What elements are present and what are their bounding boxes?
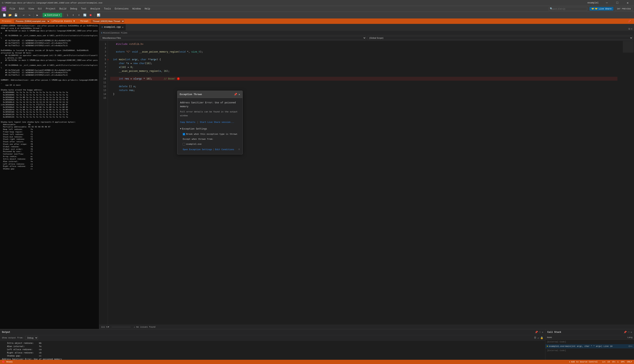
stop-button[interactable]: ⏹ [88, 12, 93, 18]
menu-help[interactable]: Help [143, 7, 152, 11]
menu-project[interactable]: Project [44, 7, 57, 11]
status-debug-icon: 🔴 [2, 360, 5, 364]
menu-view[interactable]: View [27, 7, 36, 11]
close-button[interactable]: ✕ [623, 0, 632, 6]
menu-test[interactable]: Test [80, 7, 88, 11]
code-line-8: __asan_poison_memory_region ( x , 16 ); [110, 69, 617, 73]
maximize-output-button[interactable]: □ [539, 331, 541, 334]
undo-button[interactable]: ↩ [21, 12, 26, 18]
thread-select[interactable]: Thread: [49020] Main Thread [91, 19, 125, 23]
symbol-scope-select[interactable]: (Global Scope) [367, 36, 633, 40]
crlf-indicator: CRLF [627, 361, 632, 363]
status-bar: 🔴 Ready ⬆ Add to Source Control Ln: 15 C… [0, 360, 634, 364]
step-out-button[interactable]: ⬆ [76, 12, 82, 18]
callstack-col-name: Name [547, 336, 621, 338]
tab-example1[interactable]: C example1.cpp ✕ [99, 24, 126, 30]
split-editor-button[interactable]: ⧉ [628, 28, 630, 30]
line-num-15: 15 [99, 96, 106, 100]
menu-debug[interactable]: Debug [69, 7, 79, 11]
step-into-button[interactable]: ⬇ [71, 12, 76, 18]
continue-label: Continue [47, 14, 58, 16]
maximize-callstack-button[interactable]: □ [628, 331, 629, 334]
example-checkbox[interactable] [183, 143, 185, 145]
menu-extensions[interactable]: Extensions [113, 7, 130, 11]
maximize-button[interactable]: □ [613, 0, 622, 6]
menu-tools[interactable]: Tools [103, 7, 113, 11]
build-button[interactable]: ▶ [35, 12, 40, 18]
exception-title-bar: Exception Thrown 📌 ✕ [177, 91, 242, 98]
continue-button[interactable]: ▶ Continue ▼ [43, 13, 62, 17]
copy-details-link[interactable]: Copy Details [180, 120, 195, 124]
issues-indicator[interactable]: ⚠ No issues found [134, 326, 155, 328]
menu-git[interactable]: Git [36, 7, 44, 11]
callstack-row-0[interactable]: [External Code] [545, 340, 634, 344]
zoom-slider[interactable] [112, 327, 131, 328]
search-input[interactable] [549, 7, 587, 11]
add-to-source-control-label: Add to Source Control [571, 361, 598, 363]
start-live-share-link[interactable]: Start Live Share session... [200, 120, 234, 124]
menu-analyze[interactable]: Analyze [89, 7, 102, 11]
menu-edit[interactable]: Edit [18, 7, 26, 11]
menu-bar: VS File Edit View Git Project Build Debu… [0, 6, 634, 12]
editor-scrollbar[interactable] [620, 40, 622, 325]
pin-dialog-button[interactable]: 📌 [234, 92, 237, 96]
toolbar-sep-5 [94, 13, 95, 17]
show-output-label: Show output from: [2, 337, 24, 339]
callstack-row-2[interactable]: [External Code] [545, 348, 634, 353]
code-line-6: char * x = new char [ 16 ]; [110, 62, 617, 65]
menu-window[interactable]: Window [131, 7, 142, 11]
menu-file[interactable]: File [8, 7, 17, 11]
word-wrap-button[interactable]: ↵ [537, 336, 539, 339]
bottom-section: Output 📌 □ ✕ Show output from: Debug 🗑 ↵… [0, 329, 634, 360]
close-dialog-button[interactable]: ✕ [239, 92, 240, 96]
toolbar-sep-2 [33, 13, 34, 17]
line-num-4: 4 [99, 54, 106, 58]
new-file-button[interactable]: 📄 [2, 12, 7, 18]
spc-indicator: SPC [621, 361, 625, 363]
minimize-button[interactable]: — [602, 0, 611, 6]
callstack-row-1[interactable]: ▶ example1.exe!main(int argc, char * * a… [545, 344, 634, 348]
file-path: Miscellaneous Files [103, 32, 127, 34]
title-bar: C:\MSDN\cpp-docs-pr\docs\c-language\ASAN… [0, 0, 634, 6]
close-output-button[interactable]: ✕ [542, 331, 543, 334]
edit-conditions-link[interactable]: Edit Conditions [215, 148, 234, 152]
line-num-11: 11 [99, 81, 106, 84]
performance-button[interactable]: 📊 [96, 12, 101, 18]
live-share-icon: 🤝 [591, 8, 594, 10]
close-callstack-button[interactable]: ✕ [630, 331, 632, 334]
pin-output-button[interactable]: 📌 [535, 331, 538, 334]
line-num-14: 14 [99, 92, 106, 96]
file-scope-select[interactable]: Miscellaneous Files [100, 36, 366, 40]
output-text: Intra object redzone: bb ASan internal: … [2, 342, 543, 360]
code-line-3: extern "C" void __asan_poison_memory_reg… [110, 50, 617, 54]
int-preview-button[interactable]: INT PREVIEW [615, 7, 632, 11]
output-source-select[interactable]: Debug [25, 336, 38, 340]
resize-handle: ⠿ [238, 148, 240, 152]
status-bar-left: 🔴 Ready [2, 360, 13, 364]
code-line-10: int res = x [ argc * 10 ]; // Boom! ! [110, 77, 617, 81]
live-share-button[interactable]: 🤝 🤝 Live Share [589, 7, 613, 10]
menu-build[interactable]: Build [58, 7, 68, 11]
editor-panel: C example1.cpp ✕ ⧉ ✕ C Miscellaneous Fil… [99, 24, 634, 329]
clear-output-button[interactable]: 🗑 [534, 336, 536, 339]
tab-close-button[interactable]: ✕ [122, 26, 124, 29]
open-file-button[interactable]: 📂 [7, 12, 13, 18]
save-button[interactable]: 💾 [13, 12, 19, 18]
restart-button[interactable]: 🔄 [82, 12, 88, 18]
pin-thread-button[interactable]: 📌 [627, 18, 632, 24]
zoom-level[interactable]: 111 % [101, 326, 108, 328]
tab-file-icon: C [102, 26, 103, 28]
close-all-tabs-button[interactable]: ✕ [631, 27, 632, 30]
process-select[interactable]: Process: [53864] example1.exe [14, 19, 50, 23]
code-content[interactable]: #include <stdlib.h> extern "C" void __as… [108, 40, 620, 325]
editor-minimap [622, 40, 634, 325]
ln-indicator: Ln: 15 [602, 361, 610, 363]
open-exception-settings-link[interactable]: Open Exception Settings [183, 148, 212, 152]
pin-callstack-button[interactable]: 📌 [623, 331, 627, 334]
redo-button[interactable]: ↪ [27, 12, 32, 18]
add-to-source-control[interactable]: ⬆ Add to Source Control [569, 361, 597, 363]
step-over-button[interactable]: ⤵ [65, 12, 70, 18]
file-icon: C [101, 32, 103, 34]
lock-output-button[interactable]: 🔒 [540, 336, 543, 339]
break-when-checkbox[interactable]: ✓ [183, 133, 185, 135]
